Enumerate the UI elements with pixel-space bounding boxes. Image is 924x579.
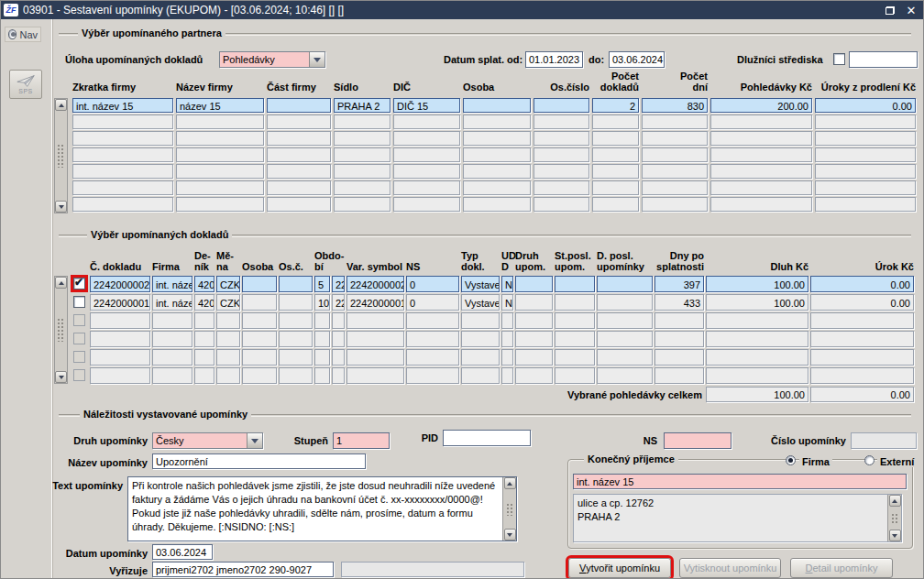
scroll-down-button[interactable] [504, 529, 516, 541]
datum-upominky-field[interactable]: 03.06.2024 [152, 544, 213, 560]
table-cell [710, 115, 812, 129]
pid-field[interactable] [443, 430, 531, 446]
table-cell[interactable] [267, 98, 331, 113]
scrollbar-grip[interactable] [891, 513, 899, 524]
table-cell [710, 197, 812, 212]
scrollbar-grip[interactable] [57, 318, 65, 342]
table-cell[interactable]: PRAHA 2 [334, 98, 390, 113]
row-checkbox-checked[interactable]: ✔ [73, 278, 85, 290]
table-cell[interactable]: int. náze [152, 294, 192, 311]
table-cell[interactable]: 100.00 [706, 294, 808, 311]
scrollbar-grip[interactable] [506, 503, 514, 516]
table-cell[interactable]: 0.00 [815, 98, 916, 113]
table-cell [815, 131, 916, 146]
table-cell[interactable] [555, 276, 595, 292]
table-cell[interactable]: název 15 [176, 98, 264, 113]
table-cell[interactable] [463, 98, 531, 113]
dluznici-checkbox[interactable] [833, 53, 845, 65]
text-upominky-area[interactable]: Při kontrole našich pohledávek jsme zjis… [127, 476, 517, 541]
table-cell[interactable]: int. název 15 [72, 98, 173, 113]
scroll-down-button[interactable] [889, 530, 901, 541]
nazev-upominky-field[interactable]: Upozornění [152, 453, 366, 469]
table-cell[interactable]: 2242000001 [346, 294, 404, 311]
dluznici-stredisko-field[interactable] [849, 51, 918, 68]
documents-table-scrollbar[interactable] [54, 276, 68, 384]
column-header: Úrok Kč [810, 241, 914, 274]
table-cell[interactable] [534, 98, 589, 113]
table-cell[interactable]: 420 [194, 294, 214, 311]
close-button[interactable]: ✕ [903, 4, 919, 17]
table-cell[interactable]: Vystave [461, 276, 500, 292]
table-cell[interactable]: 2 [592, 98, 639, 113]
table-cell[interactable] [515, 294, 553, 311]
table-cell[interactable]: 2242000002 [346, 276, 404, 292]
table-cell[interactable] [279, 294, 313, 311]
vytisknout-upominku-button[interactable]: Vytisknout upomínku [679, 558, 781, 578]
scroll-down-button[interactable] [55, 201, 67, 213]
table-cell[interactable]: int. náze [152, 276, 192, 292]
datum-od-field[interactable]: 01.01.2023 [525, 51, 583, 68]
table-cell[interactable]: 100.00 [706, 276, 808, 292]
table-cell [515, 367, 553, 384]
sps-button[interactable]: SPS [9, 70, 42, 99]
table-cell[interactable]: 420 [194, 276, 214, 292]
table-cell[interactable]: 830 [642, 98, 708, 113]
address-scrollbar[interactable] [887, 495, 901, 541]
table-cell[interactable]: N [501, 276, 513, 292]
table-cell[interactable] [279, 276, 313, 292]
table-cell[interactable]: 2242000002 [90, 276, 150, 292]
table-cell[interactable]: 200.00 [710, 98, 812, 113]
table-cell[interactable] [515, 276, 553, 292]
table-cell[interactable]: 22 [332, 294, 345, 311]
vytvorit-upominku-button[interactable]: Vytvořit upomínku [568, 558, 671, 578]
prijemce-name-field[interactable]: int. název 15 [573, 474, 907, 489]
table-cell[interactable] [597, 294, 653, 311]
table-row[interactable]: int. název 15 název 15 PRAHA 2 DIČ 15 2 … [72, 98, 916, 113]
firma-radio[interactable] [786, 455, 796, 465]
table-cell [176, 131, 264, 146]
externi-radio[interactable] [864, 455, 874, 465]
detail-upominky-button[interactable]: Detail upomínky [790, 558, 893, 578]
prijemce-address-area[interactable]: ulice a cp. 12762 PRAHA 2 [573, 494, 902, 542]
table-cell[interactable]: CZK [216, 294, 240, 311]
text-scrollbar[interactable] [502, 477, 516, 541]
row-checkbox[interactable] [73, 296, 85, 308]
uloha-dropdown[interactable]: Pohledávky [219, 51, 325, 68]
table-cell[interactable]: 10 [314, 294, 330, 311]
nav-toggle[interactable]: Nav [5, 27, 41, 42]
table-cell[interactable]: 397 [654, 276, 704, 292]
table-cell[interactable]: 22 [332, 276, 345, 292]
scrollbar-grip[interactable] [57, 144, 65, 168]
table-cell[interactable]: Vystave [461, 294, 500, 311]
table-cell[interactable]: 0.00 [810, 276, 914, 292]
table-cell[interactable] [242, 276, 277, 292]
table-cell[interactable]: CZK [216, 276, 240, 292]
table-cell[interactable]: N [501, 294, 513, 311]
table-cell[interactable] [242, 294, 277, 311]
table-cell[interactable]: DIČ 15 [393, 98, 460, 113]
scroll-up-button[interactable] [889, 495, 901, 507]
table-cell[interactable]: 0 [406, 294, 459, 311]
vyrizuje-field[interactable]: prijmeni2702 jmeno2702 290-9027 [152, 562, 334, 577]
datum-do-field[interactable]: 03.06.2024 [609, 51, 665, 68]
table-cell [592, 115, 639, 129]
ns-field[interactable] [664, 432, 732, 449]
stupen-field[interactable]: 1 [333, 432, 390, 449]
druh-upominky-dropdown[interactable]: Česky [152, 432, 263, 449]
scroll-down-button[interactable] [55, 371, 67, 383]
table-row[interactable]: 2242000001 int. náze 420 CZK 10 22 22420… [72, 294, 914, 311]
scroll-up-button[interactable] [55, 99, 67, 111]
uloha-dropdown-button[interactable] [309, 52, 324, 67]
table-row[interactable]: ✔ 2242000002 int. náze 420 CZK 5 22 2242… [72, 276, 914, 292]
partner-table-scrollbar[interactable] [54, 98, 68, 213]
table-cell[interactable] [555, 294, 595, 311]
scroll-up-button[interactable] [55, 277, 67, 289]
restore-button[interactable] [882, 4, 898, 17]
table-cell[interactable]: 433 [654, 294, 704, 311]
table-cell[interactable]: 5 [314, 276, 330, 292]
table-cell[interactable]: 2242000001 [90, 294, 150, 311]
scroll-up-button[interactable] [504, 477, 516, 489]
table-cell[interactable] [597, 276, 653, 292]
table-cell[interactable]: 0.00 [810, 294, 914, 311]
table-cell[interactable]: 0 [406, 276, 459, 292]
